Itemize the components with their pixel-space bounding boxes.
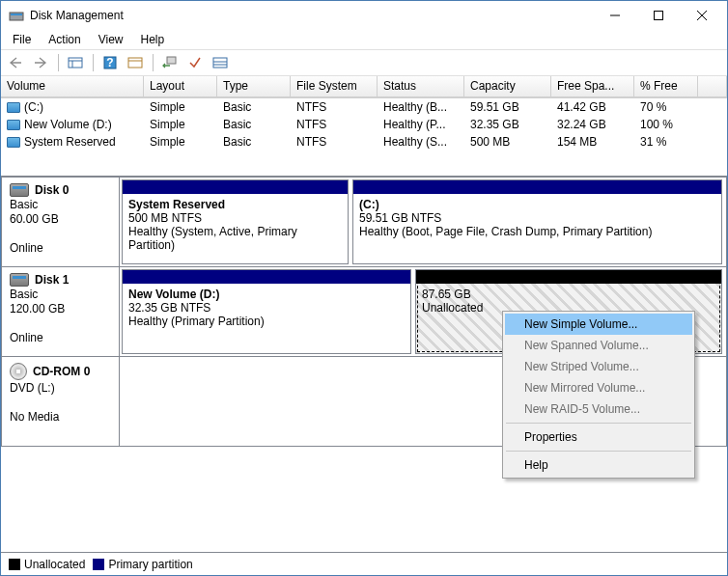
disk-graphic-view[interactable]: Disk 0Basic60.00 GB OnlineSystem Reserve… — [1, 177, 727, 552]
volume-list[interactable]: Volume Layout Type File System Status Ca… — [1, 76, 727, 177]
context-menu-item: New Striped Volume... — [505, 356, 692, 377]
legend: Unallocated Primary partition — [1, 552, 727, 575]
col-free[interactable]: Free Spa... — [551, 76, 634, 97]
disk-size: 120.00 GB — [10, 302, 111, 315]
svg-text:?: ? — [106, 56, 113, 69]
svg-rect-11 — [128, 58, 142, 68]
action-icon[interactable] — [159, 52, 181, 73]
context-menu-item[interactable]: New Simple Volume... — [505, 314, 692, 335]
volume-list-header[interactable]: Volume Layout Type File System Status Ca… — [1, 76, 727, 98]
svg-rect-6 — [69, 58, 82, 68]
col-pct[interactable]: % Free — [634, 76, 698, 97]
window-title: Disk Management — [30, 9, 593, 22]
disk-icon — [10, 273, 29, 287]
col-status[interactable]: Status — [378, 76, 464, 97]
volume-icon — [7, 120, 20, 130]
volume-name: New Volume (D:) — [24, 118, 112, 131]
partition-stripe — [416, 270, 721, 284]
volume-icon — [7, 102, 20, 113]
partition-stripe — [123, 180, 348, 194]
menubar: File Action View Help — [1, 30, 727, 49]
partition-sub: 32.35 GB NTFS — [128, 301, 405, 315]
volume-row[interactable]: System ReservedSimpleBasicNTFSHealthy (S… — [1, 133, 727, 151]
settings-button[interactable] — [125, 52, 146, 73]
separator — [55, 52, 61, 73]
app-icon — [9, 8, 24, 23]
forward-button — [30, 52, 51, 73]
disk-icon — [10, 183, 29, 197]
disk-name: CD-ROM 0 — [33, 365, 90, 378]
svg-rect-13 — [167, 57, 176, 64]
partition-health: Healthy (Primary Partition) — [128, 315, 405, 328]
disk-type: Basic — [10, 198, 111, 211]
menu-action[interactable]: Action — [41, 32, 88, 47]
legend-unallocated: Unallocated — [9, 558, 85, 571]
show-hide-button[interactable] — [65, 52, 86, 73]
disk-info[interactable]: Disk 0Basic60.00 GB Online — [2, 178, 120, 266]
disk-size: 60.00 GB — [10, 212, 111, 226]
partition-sub: 59.51 GB NTFS — [359, 211, 715, 225]
menu-view[interactable]: View — [91, 32, 131, 47]
disk-row: Disk 0Basic60.00 GB OnlineSystem Reserve… — [1, 177, 727, 267]
volume-name: (C:) — [24, 100, 43, 114]
partition-stripe — [353, 180, 721, 194]
volume-name: System Reserved — [24, 135, 116, 149]
col-fs[interactable]: File System — [291, 76, 378, 97]
cd-icon — [10, 363, 27, 380]
svg-rect-14 — [213, 58, 227, 68]
context-menu: New Simple Volume...New Spanned Volume..… — [502, 311, 695, 479]
volume-row[interactable]: (C:)SimpleBasicNTFSHealthy (B...59.51 GB… — [1, 98, 727, 116]
context-menu-item[interactable]: Help — [505, 454, 692, 476]
list-icon[interactable] — [210, 52, 231, 73]
help-button[interactable]: ? — [99, 52, 121, 73]
partition-name: New Volume (D:) — [128, 288, 405, 301]
context-menu-item: New Spanned Volume... — [505, 335, 692, 356]
disk-name: Disk 1 — [35, 273, 69, 287]
svg-rect-1 — [11, 14, 22, 15]
separator — [150, 52, 155, 73]
partition[interactable]: System Reserved500 MB NTFSHealthy (Syste… — [122, 179, 349, 264]
disk-info[interactable]: CD-ROM 0DVD (L:) No Media — [2, 357, 120, 446]
col-volume[interactable]: Volume — [1, 76, 144, 97]
close-button[interactable] — [680, 2, 723, 30]
partition-health: Healthy (System, Active, Primary Partiti… — [128, 225, 342, 252]
disk-management-window: Disk Management File Action View Help ? … — [0, 0, 728, 576]
context-menu-item[interactable]: Properties — [505, 426, 692, 448]
maximize-button[interactable] — [636, 2, 680, 30]
titlebar[interactable]: Disk Management — [1, 1, 727, 30]
volume-row[interactable]: New Volume (D:)SimpleBasicNTFSHealthy (P… — [1, 116, 727, 133]
col-type[interactable]: Type — [217, 76, 291, 97]
toolbar: ? — [1, 49, 727, 76]
menu-file[interactable]: File — [5, 32, 39, 47]
svg-line-5 — [697, 11, 707, 20]
back-button — [5, 52, 26, 73]
partition-health: Healthy (Boot, Page File, Crash Dump, Pr… — [359, 225, 715, 238]
legend-primary: Primary partition — [93, 558, 192, 571]
disk-type: DVD (L:) — [10, 381, 111, 395]
svg-rect-3 — [654, 12, 662, 20]
disk-status: Online — [10, 331, 111, 344]
partition-name: System Reserved — [128, 198, 342, 211]
minimize-button[interactable] — [593, 2, 636, 30]
separator — [90, 52, 96, 73]
check-icon[interactable] — [184, 52, 206, 73]
disk-status: Online — [10, 241, 111, 255]
disk-type: Basic — [10, 288, 111, 301]
volume-icon — [7, 137, 20, 148]
context-menu-item: New Mirrored Volume... — [505, 377, 692, 398]
partition[interactable]: New Volume (D:)32.35 GB NTFSHealthy (Pri… — [122, 269, 411, 354]
partition-sub: 87.65 GB — [422, 288, 715, 301]
disk-status: No Media — [10, 410, 111, 424]
col-spacer — [698, 76, 727, 97]
svg-line-4 — [697, 11, 707, 20]
disk-name: Disk 0 — [35, 183, 69, 197]
col-capacity[interactable]: Capacity — [464, 76, 551, 97]
context-menu-item: New RAID-5 Volume... — [505, 398, 692, 420]
disk-info[interactable]: Disk 1Basic120.00 GB Online — [2, 267, 120, 356]
partition-name: (C:) — [359, 198, 715, 211]
col-layout[interactable]: Layout — [144, 76, 217, 97]
window-controls — [593, 2, 723, 30]
partition[interactable]: (C:)59.51 GB NTFSHealthy (Boot, Page Fil… — [352, 179, 722, 264]
menu-help[interactable]: Help — [133, 32, 173, 47]
partition-stripe — [123, 270, 410, 284]
